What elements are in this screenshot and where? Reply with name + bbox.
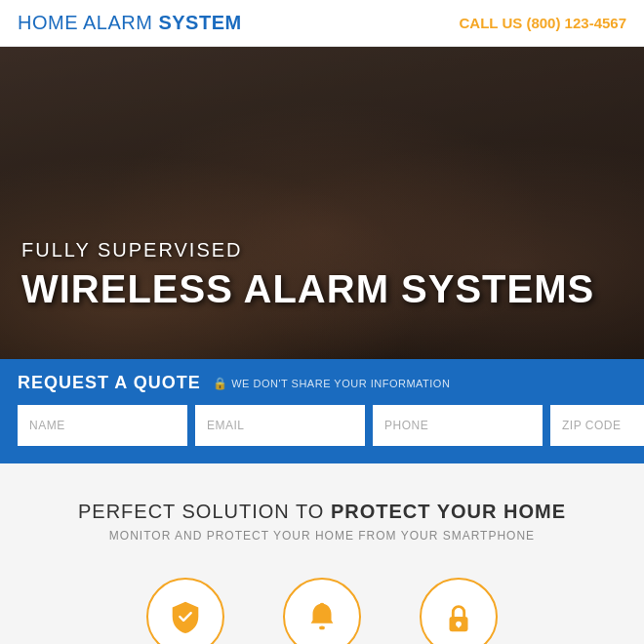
safe-circle [146,578,224,644]
features-subtitle: MONITOR AND PROTECT YOUR HOME FROM YOUR … [20,529,624,543]
lock-icon [440,598,477,635]
bell-icon [303,598,341,635]
hero-overlay [0,47,644,359]
feature-safe: SAFE [146,578,224,644]
site-logo: HOME ALARM SYSTEM [18,12,242,34]
secure-circle [420,578,498,644]
shield-icon [167,598,204,635]
smart-circle [283,578,361,644]
hero-text-block: FULLY SUPERVISED WIRELESS ALARM SYSTEMS [21,239,623,310]
feature-secure: SECURE [420,578,498,644]
lock-icon: 🔒 [213,377,228,390]
phone-number[interactable]: (800) 123-4567 [526,15,626,31]
quote-title: REQUEST A QUOTE [18,373,201,393]
feature-smart: SMART [283,578,361,644]
features-tagline: PERFECT SOLUTION TO PROTECT YOUR HOME [20,501,624,523]
quote-privacy: 🔒 WE DON'T SHARE YOUR INFORMATION [213,377,451,390]
call-us: CALL US (800) 123-4567 [460,15,626,31]
logo-text: HOME ALARM SYSTEM [18,12,242,33]
svg-rect-0 [319,626,325,630]
zip-input[interactable] [550,405,644,446]
hero-section: FULLY SUPERVISED WIRELESS ALARM SYSTEMS [0,47,644,359]
privacy-text: WE DON'T SHARE YOUR INFORMATION [231,378,450,389]
features-icons: SAFE SMART SECU [20,578,624,644]
phone-input[interactable] [373,405,543,446]
site-header: HOME ALARM SYSTEM CALL US (800) 123-4567 [0,0,644,47]
name-input[interactable] [18,405,187,446]
hero-title: WIRELESS ALARM SYSTEMS [21,267,623,310]
quote-form: FreE Quote [18,405,626,446]
features-section: PERFECT SOLUTION TO PROTECT YOUR HOME MO… [0,463,644,644]
quote-header: REQUEST A QUOTE 🔒 WE DON'T SHARE YOUR IN… [18,373,626,393]
hero-subtitle: FULLY SUPERVISED [21,239,623,262]
svg-rect-4 [458,624,460,628]
svg-point-1 [320,603,325,608]
quote-section: REQUEST A QUOTE 🔒 WE DON'T SHARE YOUR IN… [0,359,644,463]
email-input[interactable] [195,405,365,446]
